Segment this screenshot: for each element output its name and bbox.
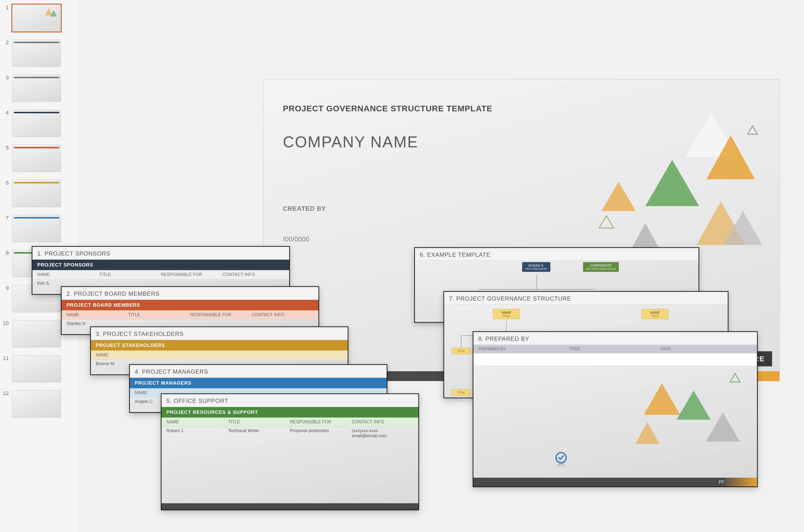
node-name: CORPORATE [590,264,612,267]
col-title: TITLE [99,272,161,277]
col-title: TITLE [228,419,290,424]
empty-input-row[interactable] [473,354,757,366]
org-node: NAME TITLE [493,309,520,319]
thumb-row[interactable]: 4 [0,110,78,137]
card-title: 7. PROJECT GOVERNANCE STRUCTURE [444,292,728,305]
thumb-number: 5 [0,145,12,151]
slide-thumbnail-6[interactable] [12,180,61,207]
created-by-label: CREATED BY [283,205,326,212]
card-title-text: EXAMPLE TEMPLATE [427,251,491,258]
org-node-vp: SUSAN S. VICE PRESIDENT [522,262,550,272]
svg-marker-15 [730,374,740,382]
org-node-resources: CORPORATE OFF-SITE RESOURCES [583,262,619,272]
cell: Proposal production [290,428,352,438]
card-prepared-by[interactable]: 8. PREPARED BY PREPARED BY TITLE DATE PR… [473,331,758,487]
card-number: 6. [420,251,425,258]
slide-thumbnail-5[interactable] [12,145,61,172]
thumb-number: 6 [0,180,12,186]
card-title: 3. PROJECT STAKEHOLDERS [91,327,348,340]
org-node: NAME TITLE [641,309,668,319]
card-title: 4. PROJECT MANAGERS [130,365,387,378]
band-label: PROJECT BOARD MEMBERS [62,300,318,310]
thumb-number: 4 [0,110,12,116]
slide-thumbnail-1[interactable] [12,4,61,32]
band-label: PROJECT MANAGERS [130,378,387,388]
thumb-row[interactable]: 6 [0,180,78,207]
col-responsible: RESPONSIBLE FOR [290,419,352,424]
thumb-number: 1 [0,4,12,11]
svg-marker-8 [631,223,660,250]
card-number: 4. [135,368,140,375]
thumb-number: 8 [0,250,12,256]
slide-thumbnail-2[interactable] [12,39,61,67]
cell: Robert J. [166,428,228,438]
card-title-text: PROJECT SPONSORS [44,250,110,257]
col-prepared: PREPARED BY [478,347,569,351]
svg-marker-12 [677,391,711,420]
slide-thumbnail-7[interactable] [12,215,61,242]
card-title-text: PROJECT GOVERNANCE STRUCTURE [456,295,571,302]
col-title: TITLE [128,312,190,317]
card-office-support[interactable]: 5. OFFICE SUPPORT PROJECT RESOURCES & SU… [161,393,419,510]
slide-thumbnail-10[interactable] [12,320,61,347]
slide-thumbnail-4[interactable] [12,110,61,137]
column-header-row: NAME TITLE RESPONSIBLE FOR CONTACT INFO [162,418,418,427]
card-number: 5. [166,398,172,404]
svg-marker-9 [599,216,614,228]
col-name: NAME [96,353,157,358]
svg-marker-14 [635,422,659,444]
card-number: 2. [67,290,72,297]
column-header-row: NAME [91,350,348,360]
node-title: TITLE [645,315,665,317]
node-name: NAME [650,310,660,315]
footer-accent-icon [721,478,757,487]
svg-marker-10 [748,126,758,134]
slide-subtitle: PROJECT GOVERNANCE STRUCTURE TEMPLATE [283,104,492,113]
slide-thumbnail-12[interactable] [12,390,61,418]
thumb-row[interactable]: 5 [0,145,78,172]
cell: Stanley D [67,321,128,326]
card-title: 8. PREPARED BY [473,332,757,345]
col-name: NAME [67,312,128,317]
card-title: 2. PROJECT BOARD MEMBERS [62,287,318,300]
thumb-row[interactable]: 7 [0,215,78,242]
card-title-text: PROJECT STAKEHOLDERS [103,330,184,337]
thumb-row[interactable]: 3 [0,75,78,102]
thumb-number: 9 [0,285,12,291]
thumb-row[interactable]: 2 [0,39,78,67]
node-name: SUSAN S. [528,264,544,267]
card-number: 3. [96,330,101,337]
thumb-number: 12 [0,390,12,397]
svg-marker-13 [706,412,740,442]
card-title: 6. EXAMPLE TEMPLATE [415,248,698,261]
col-contact: CONTACT INFO [352,419,414,424]
card-title-text: PREPARED BY [486,336,529,342]
node-title: VICE PRESIDENT [525,267,547,270]
col-responsible: RESPONSIBLE FOR [161,272,223,277]
thumb-number: 3 [0,75,12,81]
col-contact: CONTACT INFO [223,272,284,277]
triangle-deco-icon [43,6,60,18]
thumb-number: 2 [0,39,12,46]
thumb-row[interactable]: 12 [0,390,78,418]
node-title: TITLE [496,315,517,317]
thumb-row[interactable]: 1 [0,4,78,32]
svg-marker-5 [601,182,636,211]
table-row: Robert J. Technical Writer Proposal prod… [162,427,418,440]
thumb-row[interactable]: 11 [0,355,78,382]
thumb-number: 7 [0,215,12,221]
card-number: 8. [478,336,484,342]
slide-thumbnail-3[interactable] [12,75,61,102]
col-responsible: RESPONSIBLE FOR [190,312,252,317]
ribbon-badge-icon [551,450,571,469]
col-contact: CONTACT INFO [252,312,314,317]
column-header-row: NAME TITLE RESPONSIBLE FOR CONTACT INFO [62,310,318,320]
card-title: 1. PROJECT SPONSORS [32,247,289,260]
column-header-row: PREPARED BY TITLE DATE [473,345,757,354]
slide-thumbnail-11[interactable] [12,355,61,382]
col-name: NAME [166,419,228,424]
thumb-number: 11 [0,355,12,361]
card-footer-bar [162,503,418,510]
svg-marker-11 [644,383,680,415]
triangle-decoration [620,368,752,461]
